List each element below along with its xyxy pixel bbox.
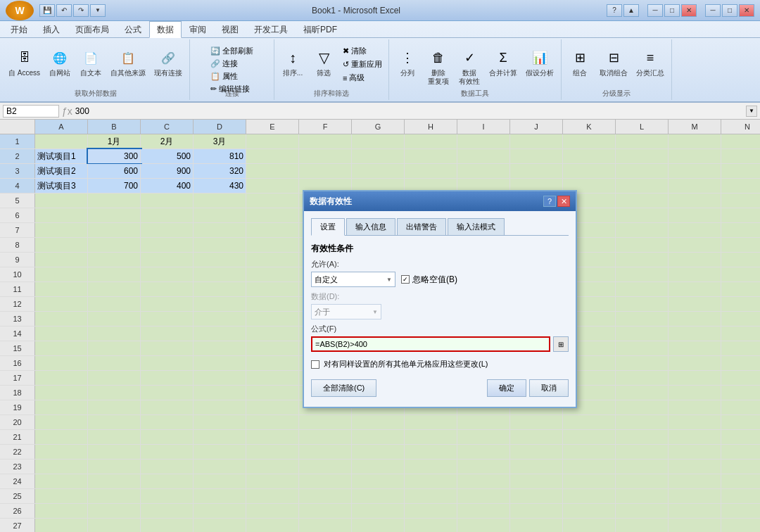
dialog-tab-error-alert[interactable]: 出错警告 [397,218,446,235]
cell-19-12[interactable] [669,400,721,414]
cell-13-4[interactable] [246,312,299,326]
tab-data[interactable]: 数据 [149,21,182,38]
cell-12-13[interactable] [721,297,760,311]
cell-27-11[interactable] [616,519,669,532]
help-button[interactable]: ? [607,4,622,17]
cell-23-8[interactable] [457,460,510,474]
cell-25-8[interactable] [457,489,510,503]
btn-clear[interactable]: ✖ 清除 [341,45,384,57]
cell-13-1[interactable] [88,312,141,326]
tab-pagelayout[interactable]: 页面布局 [68,21,117,37]
cell-9-4[interactable] [246,253,299,267]
cell-21-2[interactable] [141,430,194,444]
cell-d4[interactable]: 430 [194,179,246,193]
row-header-24[interactable]: 24 [0,474,35,488]
cell-14-2[interactable] [141,327,194,341]
row-header-16[interactable]: 16 [0,356,35,370]
cell-20-3[interactable] [194,415,246,429]
row-header-3[interactable]: 3 [0,164,35,178]
cell-27-5[interactable] [299,519,352,532]
cell-19-4[interactable] [246,400,299,414]
tab-developer[interactable]: 开发工具 [246,21,296,37]
btn-consolidate[interactable]: Σ 合并计算 [486,45,520,79]
cell-l3[interactable] [616,164,669,178]
cell-27-2[interactable] [141,519,194,532]
cell-i3[interactable] [457,164,510,178]
col-header-j[interactable]: J [510,120,563,134]
cell-25-1[interactable] [88,489,141,503]
cell-f1[interactable] [299,134,352,148]
btn-connections[interactable]: 🔗 连接 [208,58,240,70]
cell-24-8[interactable] [457,474,510,488]
cell-23-4[interactable] [246,460,299,474]
cell-22-4[interactable] [246,445,299,459]
minimize-button[interactable]: ─ [647,4,663,17]
cell-21-6[interactable] [352,430,405,444]
cell-22-3[interactable] [194,445,246,459]
cell-7-3[interactable] [194,223,246,237]
cell-23-7[interactable] [405,460,457,474]
cell-e2[interactable] [246,149,299,163]
cell-22-8[interactable] [457,445,510,459]
cancel-button[interactable]: 取消 [529,379,569,397]
undo-button[interactable]: ↶ [56,4,72,17]
cell-21-0[interactable] [35,430,88,444]
cell-14-3[interactable] [194,327,246,341]
cell-8-4[interactable] [246,238,299,252]
cell-n1[interactable] [721,134,760,148]
row-header-27[interactable]: 27 [0,519,35,532]
cell-12-4[interactable] [246,297,299,311]
cell-26-3[interactable] [194,504,246,518]
cell-18-2[interactable] [141,386,194,400]
cell-10-2[interactable] [141,267,194,281]
cell-25-6[interactable] [352,489,405,503]
cell-24-6[interactable] [352,474,405,488]
cell-6-4[interactable] [246,208,299,222]
row-header-8[interactable]: 8 [0,238,35,252]
btn-refresh-all[interactable]: 🔄 全部刷新 [208,45,255,57]
cell-20-1[interactable] [88,415,141,429]
row-header-17[interactable]: 17 [0,371,35,385]
cell-17-1[interactable] [88,371,141,385]
cell-6-2[interactable] [141,208,194,222]
cell-f3[interactable] [299,164,352,178]
inner-restore-button[interactable]: □ [722,4,737,17]
row-header-1[interactable]: 1 [0,134,35,148]
cell-25-7[interactable] [405,489,457,503]
cell-22-13[interactable] [721,445,760,459]
cell-24-10[interactable] [563,474,616,488]
cell-27-8[interactable] [457,519,510,532]
cell-6-11[interactable] [616,208,669,222]
formula-expand-button[interactable]: ▼ [746,106,757,117]
btn-data-validation[interactable]: ✓ 数据有效性 [455,45,483,87]
ok-button[interactable]: 确定 [487,379,526,397]
btn-sort[interactable]: ↕ 排序... [279,45,307,79]
cell-5-0[interactable] [35,194,88,208]
cell-22-12[interactable] [669,445,721,459]
cell-22-0[interactable] [35,445,88,459]
cell-15-13[interactable] [721,341,760,355]
cell-19-1[interactable] [88,400,141,414]
row-header-6[interactable]: 6 [0,208,35,222]
col-header-g[interactable]: G [352,120,405,134]
cell-20-9[interactable] [510,415,563,429]
cell-6-1[interactable] [88,208,141,222]
formula-field-input[interactable] [311,336,550,352]
tab-formula[interactable]: 公式 [117,21,149,37]
cell-14-12[interactable] [669,327,721,341]
cell-17-3[interactable] [194,371,246,385]
cell-22-10[interactable] [563,445,616,459]
col-header-a[interactable]: A [35,120,88,134]
cell-20-8[interactable] [457,415,510,429]
cell-20-13[interactable] [721,415,760,429]
dialog-close-button[interactable]: ✕ [557,196,570,207]
cell-a4[interactable]: 测试项目3 [35,179,88,193]
cell-d2[interactable]: 810 [194,149,246,163]
cell-26-10[interactable] [563,504,616,518]
col-header-n[interactable]: N [721,120,760,134]
cell-17-0[interactable] [35,371,88,385]
cell-16-2[interactable] [141,356,194,370]
cell-15-12[interactable] [669,341,721,355]
cell-24-5[interactable] [299,474,352,488]
cell-24-3[interactable] [194,474,246,488]
